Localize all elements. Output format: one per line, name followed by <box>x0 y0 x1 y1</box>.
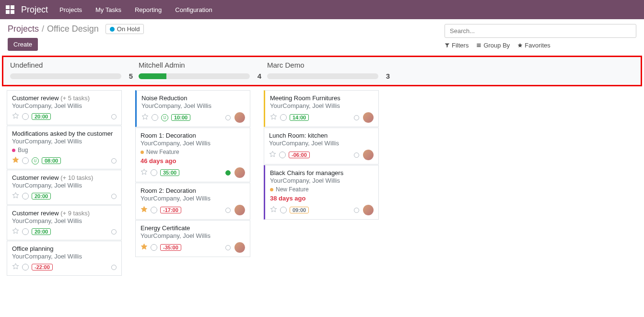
menu-item-reporting[interactable]: Reporting <box>135 6 162 13</box>
hours-chip: -35:00 <box>160 244 181 251</box>
state-dot-icon[interactable] <box>111 194 117 199</box>
star-icon[interactable] <box>270 113 277 122</box>
card-title: Room 2: Decoration <box>141 187 245 194</box>
clock-icon[interactable] <box>280 114 287 121</box>
clock-icon[interactable] <box>22 264 29 270</box>
clock-icon[interactable] <box>22 228 29 235</box>
card-tag: Bug <box>12 147 117 153</box>
card-age: 38 days ago <box>270 195 374 202</box>
card-tag: New Feature <box>141 149 245 155</box>
star-icon[interactable] <box>141 168 148 177</box>
search-input[interactable] <box>445 24 636 38</box>
group-header[interactable]: Marc Demo 3 <box>264 61 393 80</box>
star-icon[interactable] <box>141 206 148 214</box>
kanban-column: Meeting Room FurnituresYourCompany, Joel… <box>264 90 379 220</box>
kanban-card[interactable]: Room 2: DecorationYourCompany, Joel Will… <box>135 183 250 220</box>
favorites-button[interactable]: Favorites <box>517 42 550 49</box>
star-icon[interactable] <box>269 151 276 159</box>
kanban-card[interactable]: Office planningYourCompany, Joel Willis-… <box>7 241 122 276</box>
card-title: Modifications asked by the customer <box>12 130 117 137</box>
kanban-card[interactable]: Customer review (+ 5 tasks)YourCompany, … <box>7 90 122 125</box>
card-extra: (+ 9 tasks) <box>60 210 90 217</box>
hours-chip: 14:00 <box>290 114 309 121</box>
create-button[interactable]: Create <box>8 38 38 51</box>
card-subtitle: YourCompany, Joel Willis <box>141 102 245 109</box>
card-title: Lunch Room: kitchen <box>269 132 374 139</box>
kanban-card[interactable]: Room 1: DecorationYourCompany, Joel Will… <box>135 128 250 182</box>
filters-button[interactable]: Filters <box>445 42 468 49</box>
kanban-card[interactable]: Lunch Room: kitchenYourCompany, Joel Wil… <box>264 128 379 164</box>
clock-icon[interactable] <box>280 207 287 213</box>
clock-icon[interactable] <box>279 152 286 158</box>
avatar[interactable] <box>363 112 374 123</box>
clock-icon[interactable] <box>151 207 157 213</box>
state-dot-icon[interactable] <box>225 170 231 176</box>
clock-icon[interactable] <box>151 244 157 251</box>
state-dot-icon[interactable] <box>111 265 117 270</box>
clock-icon[interactable] <box>22 113 29 120</box>
hours-chip: 09:00 <box>290 207 309 213</box>
state-dot-icon[interactable] <box>225 115 231 120</box>
star-icon[interactable] <box>12 192 19 200</box>
smile-icon[interactable] <box>32 157 39 164</box>
card-title: Customer review (+ 10 tasks) <box>12 174 117 181</box>
star-icon[interactable] <box>12 112 19 121</box>
state-dot-icon[interactable] <box>111 114 117 119</box>
star-icon[interactable] <box>141 113 149 122</box>
card-subtitle: YourCompany, Joel Willis <box>141 195 245 202</box>
smile-icon[interactable] <box>161 114 168 121</box>
group-count: 4 <box>255 72 261 80</box>
star-icon[interactable] <box>141 243 148 252</box>
tag-dot-icon <box>270 188 273 191</box>
brand[interactable]: Project <box>21 5 48 15</box>
avatar[interactable] <box>363 205 374 215</box>
menu-item-projects[interactable]: Projects <box>59 6 82 13</box>
hours-chip: 20:00 <box>32 193 51 200</box>
state-dot-icon[interactable] <box>111 158 117 164</box>
kanban-card[interactable]: Modifications asked by the customerYourC… <box>7 126 122 169</box>
kanban-card[interactable]: Meeting Room FurnituresYourCompany, Joel… <box>264 90 379 127</box>
clock-icon[interactable] <box>22 157 29 164</box>
apps-icon[interactable] <box>6 5 14 14</box>
state-dot-icon[interactable] <box>225 245 231 250</box>
star-icon[interactable] <box>12 263 19 271</box>
avatar[interactable] <box>234 205 245 215</box>
group-name: Marc Demo <box>267 61 390 69</box>
status-badge[interactable]: On Hold <box>105 24 144 34</box>
kanban-card[interactable]: Customer review (+ 9 tasks)YourCompany, … <box>7 205 122 240</box>
groupby-button[interactable]: Group By <box>476 42 510 49</box>
clock-icon[interactable] <box>151 169 157 176</box>
status-label: On Hold <box>117 25 140 33</box>
state-dot-icon[interactable] <box>111 229 117 235</box>
clock-icon[interactable] <box>152 114 158 121</box>
state-dot-icon[interactable] <box>354 115 359 120</box>
star-icon[interactable] <box>12 156 19 165</box>
breadcrumb-root[interactable]: Projects <box>8 24 39 34</box>
kanban-card[interactable]: Noise ReductionYourCompany, Joel Willis1… <box>135 90 250 127</box>
card-title: Customer review (+ 9 tasks) <box>12 210 117 217</box>
group-header[interactable]: Undefined 5 <box>7 61 136 80</box>
avatar[interactable] <box>234 242 245 253</box>
kanban-card[interactable]: Energy CertificateYourCompany, Joel Will… <box>135 220 250 257</box>
avatar[interactable] <box>234 167 245 178</box>
star-icon[interactable] <box>12 227 19 236</box>
kanban-card[interactable]: Customer review (+ 10 tasks)YourCompany,… <box>7 170 122 205</box>
state-dot-icon[interactable] <box>354 153 359 158</box>
menu-item-configuration[interactable]: Configuration <box>175 6 212 13</box>
breadcrumb: Projects / Office Design On Hold <box>8 24 144 34</box>
group-header[interactable]: Mitchell Admin 4 <box>136 61 264 80</box>
state-dot-icon[interactable] <box>225 208 231 213</box>
group-progress <box>267 73 378 79</box>
kanban-board: Customer review (+ 5 tasks)YourCompany, … <box>0 86 644 285</box>
hours-chip: 20:00 <box>32 113 51 120</box>
menu-item-mytasks[interactable]: My Tasks <box>95 6 121 13</box>
clock-icon[interactable] <box>22 193 29 200</box>
avatar[interactable] <box>234 112 245 123</box>
state-dot-icon[interactable] <box>354 208 359 213</box>
avatar[interactable] <box>363 150 374 160</box>
group-count: 5 <box>126 72 133 80</box>
kanban-card[interactable]: Black Chairs for managersYourCompany, Jo… <box>264 165 379 220</box>
hours-chip: 08:00 <box>42 157 61 164</box>
card-title: Energy Certificate <box>141 224 245 232</box>
star-icon[interactable] <box>270 206 277 214</box>
